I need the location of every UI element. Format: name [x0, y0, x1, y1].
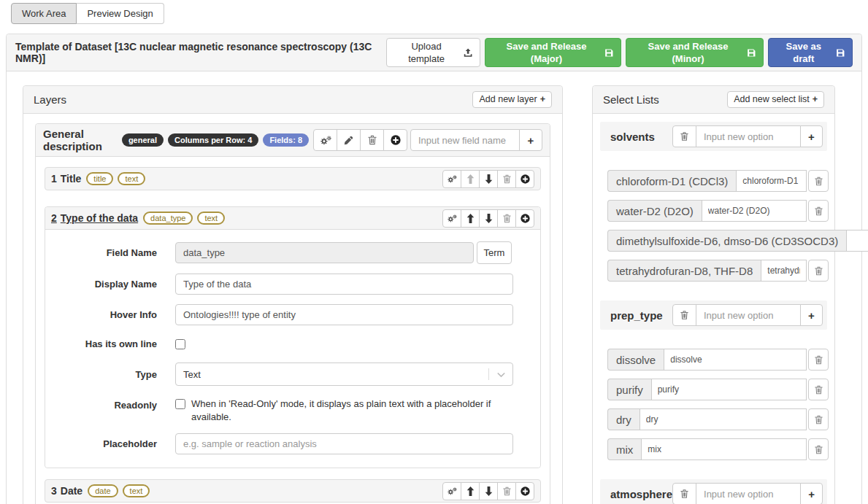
option-value-input[interactable] — [640, 408, 807, 430]
save-icon — [747, 48, 756, 58]
placeholder-input[interactable] — [175, 433, 513, 454]
layer-edit-button[interactable] — [337, 129, 361, 151]
layers-title: Layers — [34, 93, 66, 106]
delete-option-button[interactable] — [808, 379, 829, 400]
field-title: Date — [61, 485, 82, 497]
insert-field-button[interactable] — [515, 482, 534, 500]
delete-option-button[interactable] — [808, 200, 829, 222]
own-line-checkbox[interactable] — [175, 339, 185, 349]
add-option-button[interactable] — [800, 125, 823, 147]
arrow-up-icon — [466, 214, 475, 223]
own-line-label: Has its own line — [58, 338, 157, 349]
move-down-button[interactable] — [479, 170, 498, 188]
add-option-button[interactable] — [800, 483, 823, 504]
header-actions: Upload template Save and Release (Major)… — [386, 38, 853, 67]
delete-option-button[interactable] — [808, 438, 829, 460]
layer-delete-button[interactable] — [360, 129, 384, 151]
new-option-input[interactable] — [696, 304, 801, 326]
upload-template-button[interactable]: Upload template — [386, 38, 480, 67]
layer-key-badge: general — [122, 133, 164, 147]
new-field-input[interactable] — [410, 129, 520, 151]
delete-option-button[interactable] — [808, 260, 829, 282]
option-label: dimethylsulfoxide-D6, dmso-D6 (CD3SOCD3) — [607, 230, 846, 252]
trash-icon — [815, 177, 823, 186]
insert-field-button[interactable] — [515, 170, 534, 188]
save-as-draft-button[interactable]: Save as draft — [768, 38, 853, 67]
template-header: Template of Dataset [13C nuclear magneti… — [7, 34, 861, 71]
option-label: mix — [607, 438, 641, 460]
move-down-button[interactable] — [479, 209, 498, 228]
layers-panel-heading: Layers Add new layer — [23, 86, 562, 114]
display-name-input[interactable] — [175, 274, 513, 295]
hover-info-input[interactable] — [175, 304, 513, 325]
trash-icon — [368, 135, 377, 145]
move-up-button[interactable] — [461, 170, 480, 188]
list-header: solvents — [600, 122, 827, 151]
field-name-label: Field Name — [58, 247, 157, 258]
field-settings-button[interactable] — [442, 482, 461, 500]
save-release-minor-button[interactable]: Save and Release (Minor) — [626, 38, 763, 67]
form-row-display-name: Display Name — [58, 274, 527, 295]
page-title: Template of Dataset [13C nuclear magneti… — [15, 41, 386, 64]
option-value-input[interactable] — [761, 260, 807, 282]
arrow-up-icon — [466, 486, 475, 496]
term-button[interactable]: Term — [477, 241, 512, 264]
plus-circle-icon — [391, 135, 401, 145]
save-icon — [604, 48, 613, 58]
delete-option-button[interactable] — [808, 408, 829, 430]
delete-list-button[interactable] — [672, 125, 696, 147]
delete-field-button[interactable] — [497, 482, 516, 500]
form-row-own-line: Has its own line — [58, 338, 527, 349]
option-row: chloroform-D1 (CDCl3) — [607, 170, 829, 192]
add-option-button[interactable] — [800, 304, 823, 326]
insert-field-button[interactable] — [515, 209, 534, 228]
upload-icon — [464, 48, 472, 58]
trash-icon — [815, 206, 823, 216]
delete-option-button[interactable] — [808, 170, 829, 192]
add-new-layer-button[interactable]: Add new layer — [472, 91, 552, 108]
new-option-input[interactable] — [696, 483, 801, 504]
field-settings-button[interactable] — [442, 209, 461, 228]
option-row: water-D2 (D2O) — [607, 200, 829, 222]
field-actions — [442, 170, 534, 188]
move-up-button[interactable] — [461, 482, 480, 500]
layer-settings-button[interactable] — [313, 129, 337, 151]
type-label: Type — [58, 369, 157, 380]
option-row: purify — [607, 379, 829, 400]
option-value-input[interactable] — [702, 200, 807, 222]
delete-field-button[interactable] — [497, 170, 516, 188]
plus-icon — [808, 309, 815, 322]
add-field-button[interactable] — [519, 129, 542, 151]
move-down-button[interactable] — [479, 482, 498, 500]
new-option-input[interactable] — [696, 125, 801, 147]
trash-icon — [815, 445, 823, 454]
field-actions — [442, 209, 534, 228]
plus-icon — [813, 93, 818, 106]
option-value-input[interactable] — [736, 170, 807, 192]
layer-add-field-button[interactable] — [383, 129, 407, 151]
list-name: atmosphere — [610, 488, 672, 500]
option-row: tetrahydrofuran-D8, THF-D8 — [607, 260, 829, 282]
option-row: dissolve — [607, 349, 829, 371]
move-up-button[interactable] — [461, 209, 480, 228]
option-value-input[interactable] — [664, 349, 807, 371]
tab-work-area[interactable]: Work Area — [11, 3, 77, 24]
delete-list-button[interactable] — [672, 304, 696, 326]
readonly-checkbox[interactable] — [175, 399, 185, 409]
cogs-icon — [447, 487, 457, 495]
layer-heading: General description general Columns per … — [36, 124, 550, 157]
delete-field-button[interactable] — [497, 209, 516, 228]
option-value-input[interactable] — [641, 438, 807, 460]
plus-icon — [808, 131, 815, 143]
field-name-badge: title — [86, 172, 113, 185]
field-settings-button[interactable] — [442, 170, 461, 188]
tab-preview-design[interactable]: Preview Design — [77, 3, 164, 24]
option-value-input[interactable] — [846, 230, 868, 252]
add-new-select-list-button[interactable]: Add new select list — [727, 91, 824, 108]
plus-circle-icon — [521, 214, 530, 223]
save-release-major-button[interactable]: Save and Release (Major) — [485, 38, 622, 67]
delete-option-button[interactable] — [808, 349, 829, 371]
delete-list-button[interactable] — [672, 483, 696, 504]
option-value-input[interactable] — [651, 379, 807, 400]
type-select[interactable]: Text — [175, 363, 513, 386]
